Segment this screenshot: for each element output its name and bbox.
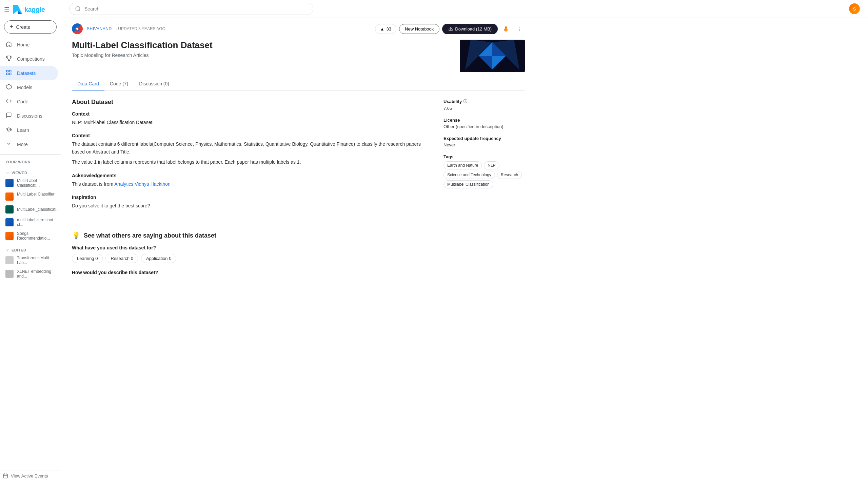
sidebar-item-learn[interactable]: Learn bbox=[0, 123, 58, 137]
sidebar-item-more-label: More bbox=[17, 142, 28, 147]
list-item[interactable]: Multi Label Classifier - ... bbox=[0, 190, 61, 203]
sidebar-item-datasets[interactable]: Datasets bbox=[0, 66, 58, 80]
usage-badge-learning[interactable]: Learning 0 bbox=[72, 254, 103, 263]
sidebar-item-discussions[interactable]: Discussions bbox=[0, 109, 58, 123]
viewed-item-2-label: Multi Label Classifier - ... bbox=[17, 192, 55, 201]
tabs: Data Card Code (7) Discussion (0) bbox=[72, 78, 525, 90]
author-name[interactable]: SHIVANAND bbox=[87, 26, 112, 31]
inspiration-label: Inspiration bbox=[72, 195, 430, 200]
usability-section: Usability ⓘ 7.65 bbox=[443, 99, 525, 111]
dataset-thumbnail bbox=[460, 40, 525, 72]
vote-button[interactable]: ▲ 33 bbox=[375, 24, 396, 34]
tab-discussion[interactable]: Discussion (0) bbox=[134, 78, 175, 90]
sidebar-item-more[interactable]: More bbox=[0, 137, 58, 151]
trophy-icon bbox=[5, 55, 12, 63]
tab-code-label: Code (7) bbox=[110, 81, 128, 86]
list-item[interactable]: multi label zero shot cl... bbox=[0, 216, 61, 229]
discussions-icon bbox=[5, 112, 12, 120]
search-icon bbox=[75, 6, 81, 12]
sidebar-header: ☰ kaggle bbox=[0, 0, 61, 19]
sidebar-item-home[interactable]: Home bbox=[0, 38, 58, 52]
usability-info-icon[interactable]: ⓘ bbox=[463, 99, 467, 104]
svg-rect-5 bbox=[6, 73, 8, 75]
tag-earth-nature[interactable]: Earth and Nature bbox=[443, 161, 482, 169]
view-events-button[interactable]: View Active Events bbox=[0, 470, 61, 481]
usability-label: Usability bbox=[443, 99, 462, 104]
download-button[interactable]: Download (12 MB) bbox=[442, 24, 498, 34]
download-icon bbox=[448, 26, 453, 31]
license-section: License Other (specified in description) bbox=[443, 118, 525, 129]
search-input[interactable] bbox=[84, 6, 308, 12]
author-meta: · UPDATED 3 YEARS AGO bbox=[116, 26, 165, 31]
list-item[interactable]: MultiLabel_classificati... bbox=[0, 203, 61, 216]
right-sidebar: Usability ⓘ 7.65 License Other (specifie… bbox=[443, 99, 525, 279]
avatar-icon bbox=[74, 26, 80, 32]
viewed-section-label: Viewed bbox=[0, 168, 61, 176]
tag-science-technology[interactable]: Science and Technology bbox=[443, 171, 495, 179]
inspiration-section: Inspiration Do you solve it to get the b… bbox=[72, 195, 430, 209]
list-item[interactable]: XLNET embedding and... bbox=[0, 267, 61, 281]
more-icon: ⋮ bbox=[517, 26, 522, 32]
update-freq-label: Expected update frequency bbox=[443, 136, 525, 141]
update-freq-section: Expected update frequency Never bbox=[443, 136, 525, 147]
tab-data-card[interactable]: Data Card bbox=[72, 78, 104, 90]
acknowledgements-link[interactable]: Analytics Vidhya Hackthon bbox=[114, 181, 171, 187]
sidebar-item-competitions[interactable]: Competitions bbox=[0, 52, 58, 66]
plus-icon: + bbox=[10, 23, 14, 30]
dataset-subtitle: Topic Modeling for Research Articles bbox=[72, 53, 452, 58]
edited-thumb-1 bbox=[5, 256, 14, 264]
usage-badge-application[interactable]: Application 0 bbox=[141, 254, 176, 263]
tag-multilabel[interactable]: Multilabel Classification bbox=[443, 180, 493, 188]
content-area: About Dataset Context NLP: Multi-label C… bbox=[72, 99, 525, 279]
hamburger-icon[interactable]: ☰ bbox=[4, 6, 9, 13]
usage-badge-research[interactable]: Research 0 bbox=[105, 254, 138, 263]
svg-point-15 bbox=[76, 28, 78, 30]
chevron-down-edited-icon bbox=[5, 248, 9, 252]
download-label: Download (12 MB) bbox=[455, 26, 492, 32]
sidebar-item-code[interactable]: Code bbox=[0, 95, 58, 109]
viewed-item-5-label: Songs Recommendatio... bbox=[17, 231, 55, 241]
new-notebook-button[interactable]: New Notebook bbox=[399, 24, 439, 34]
acknowledgements-section: Acknowledgements This dataset is from An… bbox=[72, 173, 430, 188]
your-work-label: Your Work bbox=[5, 160, 31, 164]
about-title: About Dataset bbox=[72, 99, 430, 106]
viewed-thumb-4 bbox=[5, 218, 14, 226]
community-section: 💡 See what others are saying about this … bbox=[72, 223, 430, 275]
inspiration-text: Do you solve it to get the best score? bbox=[72, 202, 430, 209]
sidebar-item-models-label: Models bbox=[17, 85, 32, 90]
context-label: Context bbox=[72, 111, 430, 117]
new-notebook-label: New Notebook bbox=[405, 26, 434, 32]
context-section: Context NLP: Multi-label Classification … bbox=[72, 111, 430, 126]
home-icon bbox=[5, 41, 12, 48]
sidebar-item-competitions-label: Competitions bbox=[17, 56, 45, 62]
dataset-header: Multi-Label Classification Dataset Topic… bbox=[72, 40, 525, 72]
author-bar: SHIVANAND · UPDATED 3 YEARS AGO ▲ 33 New… bbox=[72, 18, 525, 37]
tags-section: Tags Earth and Nature NLP Science and Te… bbox=[443, 154, 525, 189]
more-options-button[interactable]: ⋮ bbox=[514, 23, 525, 34]
chevron-down-small-icon bbox=[5, 171, 9, 175]
tag-research[interactable]: Research bbox=[497, 171, 522, 179]
viewed-thumb-1 bbox=[5, 179, 14, 187]
author-actions: ▲ 33 New Notebook Download (12 MB) bbox=[375, 23, 525, 34]
svg-rect-4 bbox=[9, 70, 11, 72]
acknowledgements-text: This dataset is from bbox=[72, 181, 114, 187]
view-events-label: View Active Events bbox=[11, 473, 48, 479]
viewed-thumb-5 bbox=[5, 232, 14, 240]
user-initials: S bbox=[853, 6, 856, 12]
kaggle-logo[interactable]: kaggle bbox=[13, 5, 45, 14]
list-item[interactable]: Multi-Label Classificati... bbox=[0, 176, 61, 190]
tag-nlp[interactable]: NLP bbox=[484, 161, 499, 169]
create-button[interactable]: + Create bbox=[4, 20, 57, 34]
list-item[interactable]: Transformer-Multi-Lab... bbox=[0, 253, 61, 267]
sidebar-item-models[interactable]: Models bbox=[0, 80, 58, 95]
avatar[interactable]: S bbox=[849, 3, 860, 14]
search-box[interactable] bbox=[69, 3, 313, 15]
tab-discussion-label: Discussion (0) bbox=[139, 81, 169, 86]
svg-rect-6 bbox=[9, 73, 11, 75]
list-item[interactable]: Songs Recommendatio... bbox=[0, 229, 61, 243]
medal-button[interactable] bbox=[500, 23, 511, 34]
tab-code[interactable]: Code (7) bbox=[104, 78, 134, 90]
viewed-item-4-label: multi label zero shot cl... bbox=[17, 218, 55, 227]
kaggle-logo-text: kaggle bbox=[24, 6, 45, 14]
edited-item-2-label: XLNET embedding and... bbox=[17, 269, 55, 279]
